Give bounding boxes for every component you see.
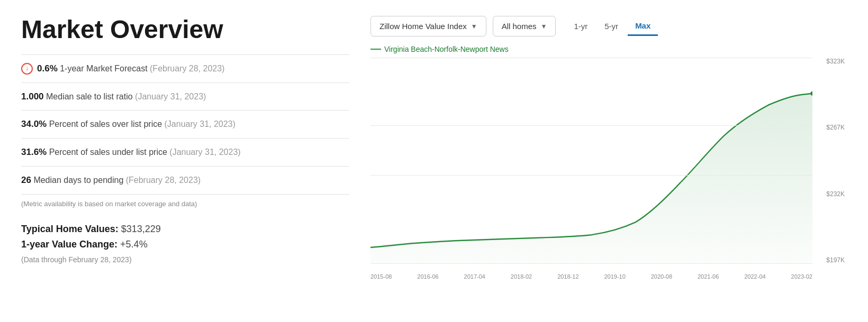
chart-area: [370, 58, 812, 264]
forecast-date: (February 28, 2023): [150, 64, 224, 73]
right-panel: Zillow Home Value Index ▼ All homes ▼ 1-…: [370, 16, 847, 280]
pct-under-date: (January 31, 2023): [169, 148, 240, 157]
chart-legend: Virginia Beach-Norfolk-Newport News: [370, 45, 847, 53]
metrics-list: 0.6% 1-year Market Forecast (February 28…: [21, 54, 349, 195]
typical-home-values-row: Typical Home Values: $313,229: [21, 224, 349, 235]
y-label-2: $267K: [826, 124, 845, 131]
left-panel: Market Overview 0.6% 1-year Market Forec…: [21, 16, 349, 280]
metric-item-forecast: 0.6% 1-year Market Forecast (February 28…: [21, 55, 349, 83]
homes-dropdown-chevron-icon: ▼: [541, 23, 547, 30]
forecast-label: 1-year Market Forecast: [60, 64, 150, 73]
yearly-value-change-row: 1-year Value Change: +5.4%: [21, 239, 349, 250]
chart-wrapper: $323K $267K $232K $197K: [370, 58, 847, 280]
x-label-8: 2022-04: [744, 273, 765, 280]
data-through-note: (Data through February 28, 2023): [21, 255, 349, 264]
time-range-group: 1-yr 5-yr Max: [566, 17, 658, 36]
grid-line-bottom: [370, 263, 812, 264]
index-dropdown-label: Zillow Home Value Index: [379, 22, 467, 31]
metric-item-median-sale: 1.000 Median sale to list ratio (January…: [21, 83, 349, 111]
pct-under-label: Percent of sales under list price: [49, 148, 170, 157]
x-label-2: 2017-04: [464, 273, 485, 280]
availability-note: (Metric availability is based on market …: [21, 195, 349, 218]
x-label-7: 2021-06: [698, 273, 719, 280]
metric-item-pct-over: 34.0% Percent of sales over list price (…: [21, 111, 349, 139]
pct-under-value: 31.6%: [21, 147, 47, 157]
grid-line-2: [370, 125, 812, 126]
median-days-value: 26: [21, 175, 31, 185]
grid-line-3: [370, 175, 812, 176]
time-btn-5yr[interactable]: 5-yr: [597, 17, 626, 35]
x-label-9: 2023-02: [791, 273, 812, 280]
time-btn-1yr[interactable]: 1-yr: [566, 17, 595, 35]
x-label-6: 2020-08: [651, 273, 672, 280]
x-label-0: 2015-08: [370, 273, 392, 280]
x-label-5: 2019-10: [604, 273, 625, 280]
grid-line-top: [370, 58, 812, 58]
median-sale-value: 1.000: [21, 91, 44, 102]
x-label-3: 2018-02: [511, 273, 532, 280]
time-btn-max[interactable]: Max: [628, 17, 658, 36]
forecast-value: 0.6%: [37, 63, 58, 73]
chart-svg: [370, 58, 812, 263]
page-title: Market Overview: [21, 16, 349, 44]
index-dropdown-chevron-icon: ▼: [471, 23, 477, 30]
yearly-value-change-value: +5.4%: [120, 239, 148, 250]
x-label-4: 2018-12: [557, 273, 578, 280]
x-label-1: 2016-06: [417, 273, 438, 280]
chart-controls: Zillow Home Value Index ▼ All homes ▼ 1-…: [370, 16, 847, 36]
legend-label: Virginia Beach-Norfolk-Newport News: [384, 45, 509, 53]
median-sale-date: (January 31, 2023): [135, 92, 206, 101]
homes-dropdown[interactable]: All homes ▼: [493, 16, 556, 36]
y-axis: $323K $267K $232K $197K: [815, 58, 847, 264]
y-label-top: $323K: [826, 58, 845, 65]
pct-over-value: 34.0%: [21, 119, 47, 129]
y-label-bottom: $197K: [826, 256, 845, 264]
median-days-date: (February 28, 2023): [126, 176, 201, 185]
metric-item-pct-under: 31.6% Percent of sales under list price …: [21, 139, 349, 167]
x-axis: 2015-08 2016-06 2017-04 2018-02 2018-12 …: [370, 270, 812, 280]
median-sale-label: Median sale to list ratio: [46, 92, 135, 101]
median-days-label: Median days to pending: [33, 176, 125, 185]
forecast-down-icon: [21, 63, 33, 75]
typical-home-values-value: $313,229: [121, 224, 161, 234]
pct-over-date: (January 31, 2023): [165, 119, 236, 128]
yearly-value-change-label: 1-year Value Change: +5.4%: [21, 239, 148, 250]
home-values-section: Typical Home Values: $313,229 1-year Val…: [21, 218, 349, 264]
homes-dropdown-label: All homes: [502, 22, 537, 31]
pct-over-label: Percent of sales over list price: [49, 119, 165, 128]
index-dropdown[interactable]: Zillow Home Value Index ▼: [370, 16, 486, 36]
typical-home-values-label: Typical Home Values: $313,229: [21, 224, 161, 234]
legend-line-icon: [370, 49, 381, 50]
metric-item-median-days: 26 Median days to pending (February 28, …: [21, 167, 349, 195]
y-label-3: $232K: [826, 190, 845, 198]
